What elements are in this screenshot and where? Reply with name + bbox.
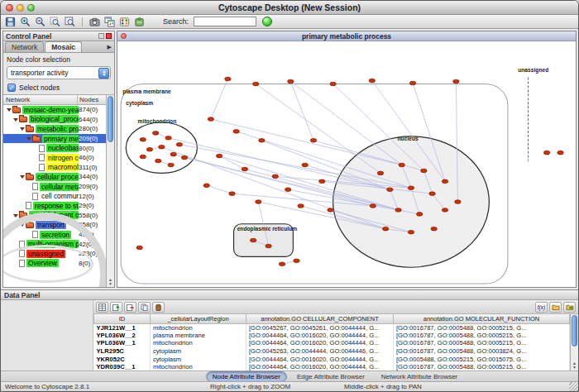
close-panel-icon[interactable]: [106, 33, 112, 39]
tab-scroll-right-icon[interactable]: ▶: [105, 44, 114, 52]
network-node[interactable]: [319, 179, 325, 184]
attribute-new-icon[interactable]: [110, 302, 122, 313]
zoom-fit-icon[interactable]: [64, 16, 76, 28]
table-cell[interactable]: mitochondrion: [151, 323, 246, 332]
network-node[interactable]: [159, 145, 165, 149]
formula-icon[interactable]: f(x): [535, 302, 548, 313]
network-node[interactable]: [256, 200, 261, 204]
network-node[interactable]: [442, 179, 447, 184]
expander-icon[interactable]: [26, 134, 32, 143]
network-edge[interactable]: [207, 185, 232, 194]
export-folder-icon[interactable]: [563, 302, 576, 313]
network-node[interactable]: [181, 155, 187, 160]
zoom-selected-icon[interactable]: [49, 16, 61, 28]
network-edge[interactable]: [256, 84, 380, 173]
attribute-grid-icon[interactable]: [96, 302, 108, 313]
network-node[interactable]: [377, 171, 383, 175]
control-panel-scrollbar[interactable]: ▲▼: [106, 95, 114, 287]
zoom-out-icon[interactable]: [34, 16, 46, 28]
table-cell[interactable]: [GO:0045267, GO:0045261, GO:0044444, G..…: [246, 323, 394, 332]
tree-item[interactable]: cellular process344(0): [3, 172, 106, 182]
network-node[interactable]: [382, 227, 388, 231]
network-node[interactable]: [399, 163, 404, 167]
network-window-titlebar[interactable]: primary metabolic process: [117, 31, 576, 41]
table-cell[interactable]: mitochondrion: [151, 339, 246, 347]
tree-item[interactable]: cellular metabo...209(0): [3, 182, 106, 192]
expander-icon[interactable]: [19, 172, 26, 181]
network-node[interactable]: [176, 142, 182, 146]
minimize-button[interactable]: [17, 4, 24, 12]
network-node[interactable]: [203, 184, 209, 188]
select-nodes-checkbox[interactable]: ✓: [7, 84, 16, 92]
network-node[interactable]: [140, 155, 146, 159]
vizmapper-icon[interactable]: [118, 16, 131, 28]
table-row[interactable]: YKR052Ccytoplasm[GO:0044464, GO:0016020,…: [94, 355, 570, 363]
data-panel-scrollbar[interactable]: ▲▼: [570, 314, 578, 370]
table-cell[interactable]: [GO:0016787, GO:0005488, GO:0003824, G..…: [394, 347, 570, 356]
table-cell[interactable]: YLR295C: [94, 347, 151, 356]
attribute-delete-icon[interactable]: [124, 302, 136, 313]
network-node[interactable]: [543, 151, 549, 155]
network-node[interactable]: [253, 82, 259, 86]
network-node[interactable]: [136, 246, 142, 250]
table-cell[interactable]: [GO:0044464, GO:0016020, GO:0044444, G..…: [246, 332, 394, 340]
network-node[interactable]: [288, 79, 294, 84]
resize-grip[interactable]: [569, 382, 578, 391]
network-node[interactable]: [421, 169, 427, 173]
network-node[interactable]: [208, 117, 213, 122]
scrollbar-thumb[interactable]: [108, 96, 113, 142]
trash-icon[interactable]: [152, 302, 165, 313]
network-node[interactable]: [408, 230, 414, 234]
network-node[interactable]: [387, 188, 393, 192]
network-node[interactable]: [233, 130, 239, 134]
network-node[interactable]: [279, 262, 285, 266]
network-node[interactable]: [294, 259, 299, 263]
tree-item[interactable]: biological_process644(0): [3, 115, 106, 125]
tree-item[interactable]: primary metabo...209(0): [3, 134, 106, 144]
column-header[interactable]: annotation.GO CELLULAR_COMPONENT: [246, 314, 394, 323]
network-node[interactable]: [455, 200, 461, 204]
tab-node-attribute-browser[interactable]: Node Attribute Browser: [206, 371, 287, 382]
column-header[interactable]: annotation.GO MOLECULAR_FUNCTION: [394, 314, 570, 323]
network-node[interactable]: [370, 204, 376, 208]
network-node[interactable]: [156, 159, 161, 163]
table-cell[interactable]: cytoplasm: [151, 355, 246, 363]
network-node[interactable]: [285, 188, 291, 192]
table-cell[interactable]: [GO:0016787, GO:0005488, GO:0005215, G..…: [394, 339, 570, 347]
tree-header-nodes[interactable]: Nodes: [78, 96, 106, 103]
network-node[interactable]: [429, 192, 435, 196]
table-cell[interactable]: YPL036W__1: [94, 339, 151, 347]
network-close-icon[interactable]: [121, 33, 127, 39]
attribute-copy-icon[interactable]: [138, 302, 151, 313]
network-node[interactable]: [216, 154, 222, 158]
network-node[interactable]: [408, 186, 414, 190]
network-node[interactable]: [302, 163, 308, 167]
network-node[interactable]: [250, 238, 256, 242]
network-canvas[interactable]: plasma membranecytoplasmmitochondrionnuc…: [117, 41, 576, 287]
network-node[interactable]: [453, 79, 459, 84]
network-node[interactable]: [168, 163, 174, 167]
column-header[interactable]: ID: [94, 314, 151, 323]
table-cell[interactable]: YJR121W__1: [94, 323, 151, 332]
table-row[interactable]: YLR295Ccytoplasm[GO:0045263, GO:0044444,…: [94, 347, 570, 356]
network-node[interactable]: [417, 213, 423, 217]
scrollbar-arrows-icon[interactable]: ▲▼: [571, 361, 578, 370]
network-node[interactable]: [395, 208, 401, 213]
network-node[interactable]: [369, 79, 375, 83]
network-node[interactable]: [229, 192, 235, 196]
tab-edge-attribute-browser[interactable]: Edge Attribute Browser: [290, 371, 371, 382]
network-edge[interactable]: [211, 119, 402, 165]
network-node[interactable]: [272, 174, 278, 179]
search-input[interactable]: [194, 17, 256, 26]
save-icon[interactable]: [4, 16, 17, 28]
network-node[interactable]: [330, 82, 336, 86]
network-node[interactable]: [409, 81, 415, 85]
scrollbar-arrows-icon[interactable]: ▲▼: [107, 278, 114, 286]
network-node[interactable]: [266, 244, 271, 248]
network-node[interactable]: [310, 139, 316, 143]
network-node[interactable]: [146, 147, 152, 151]
table-cell[interactable]: [GO:0016787, GO:0005488, GO:0005215, G..…: [394, 323, 570, 332]
import-folder-icon[interactable]: [549, 302, 562, 313]
float-panel-icon[interactable]: [98, 33, 104, 39]
table-cell[interactable]: [GO:0045263, GO:0044444, GO:0044446, G..…: [246, 347, 394, 356]
